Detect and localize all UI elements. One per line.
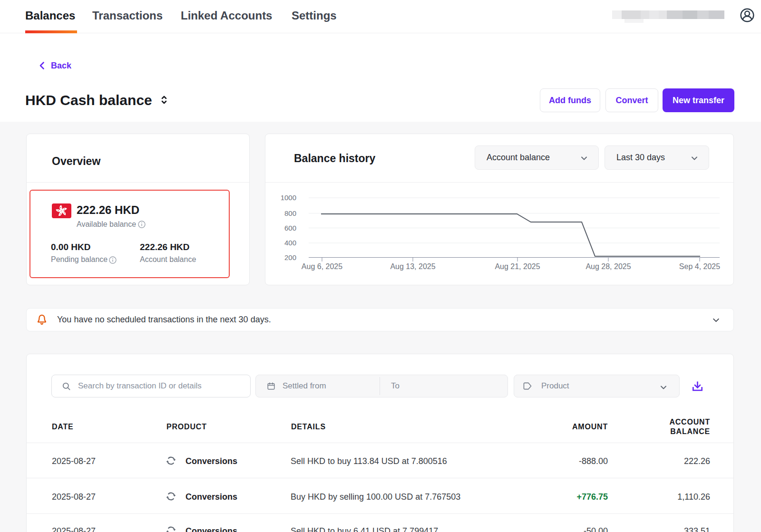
svg-text:Aug 21, 2025: Aug 21, 2025 — [495, 262, 540, 271]
svg-text:Aug 6, 2025: Aug 6, 2025 — [302, 262, 342, 271]
svg-text:Aug 13, 2025: Aug 13, 2025 — [390, 262, 435, 271]
svg-text:800: 800 — [284, 209, 296, 217]
svg-text:1000: 1000 — [281, 193, 296, 202]
svg-text:Aug 28, 2025: Aug 28, 2025 — [585, 262, 631, 271]
svg-text:Sep 4, 2025: Sep 4, 2025 — [679, 262, 720, 271]
svg-text:200: 200 — [284, 253, 296, 261]
svg-text:400: 400 — [284, 239, 296, 247]
svg-text:600: 600 — [284, 224, 296, 232]
